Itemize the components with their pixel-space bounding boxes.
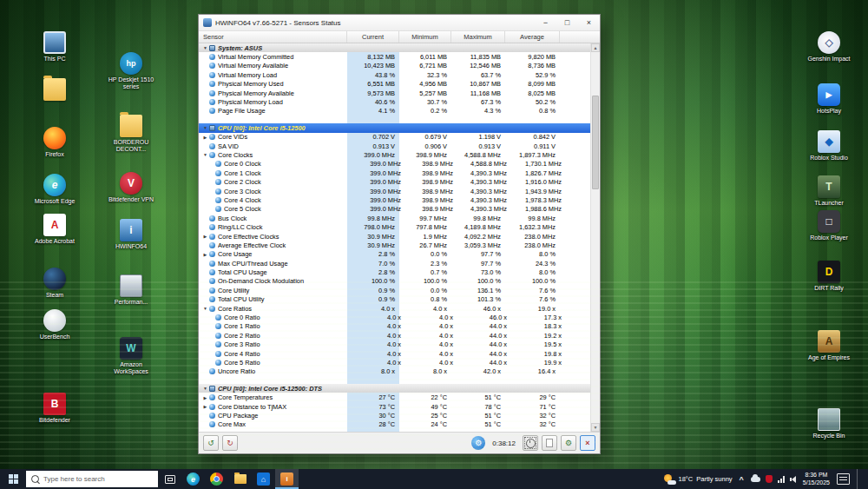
chevron-right-icon[interactable]: ▶ (201, 395, 209, 400)
chevron-right-icon[interactable]: ▶ (201, 404, 209, 409)
desktop-icon-firefox[interactable]: Firefox (26, 127, 83, 158)
start-button[interactable] (0, 469, 26, 489)
sensor-row[interactable]: Average Effective Clock30.9 MHz26.7 MHz3… (199, 241, 590, 249)
desktop-icon-steam[interactable]: Steam (26, 268, 83, 299)
sensor-row[interactable]: Virtual Memory Available10,423 MB6,721 M… (199, 62, 590, 70)
close-button[interactable]: × (578, 15, 600, 30)
sensor-row[interactable]: Core 3 Ratio4.0 x4.0 x44.0 x19.5 x (199, 340, 590, 349)
sensor-group-row[interactable]: ▼CPU [#0]: Intel Core i5-12500 (199, 123, 590, 132)
report-button[interactable] (542, 435, 557, 451)
desktop-icon-microsoft-edge[interactable]: eMicrosoft Edge (26, 174, 83, 205)
desktop-icon-hotsplay[interactable]: ▶HotsPlay (800, 83, 858, 115)
desktop-icon-borderou-decont[interactable]: BORDEROU DECONT... (102, 115, 160, 153)
taskbar-app-store[interactable]: ⌂ (252, 469, 275, 489)
sensor-row[interactable]: Max CPU/Thread Usage7.0 %2.3 %97.7 %24.3… (199, 259, 590, 268)
sensor-row[interactable]: Core 1 Ratio4.0 x4.0 x44.0 x18.3 x (199, 322, 590, 331)
desktop-icon-performan[interactable]: Performan... (102, 274, 160, 306)
sensor-row[interactable]: Uncore Ratio8.0 x8.0 x42.0 x16.4 x (199, 367, 590, 376)
chevron-right-icon[interactable]: ▶ (201, 135, 209, 140)
sensor-row[interactable]: ▶Core VIDs0.702 V0.679 V1.198 V0.842 V (199, 133, 590, 142)
close-sensors-button[interactable]: × (580, 435, 595, 451)
sensor-row[interactable]: SA VID0.913 V0.906 V0.913 V0.911 V (199, 142, 590, 150)
column-header-current[interactable]: Current (347, 31, 399, 43)
sensor-row[interactable]: Core Utility0.9 %0.0 %136.1 %7.6 % (199, 286, 590, 294)
taskbar-app-edge[interactable]: e (181, 469, 205, 489)
taskbar-app-task-view[interactable] (158, 469, 181, 489)
antivirus-shield-icon[interactable] (766, 475, 773, 483)
scroll-up-arrow[interactable]: ▲ (591, 43, 600, 52)
desktop-icon-genshin-impact[interactable]: ◇Genshin Impact (800, 31, 858, 63)
desktop-icon-tlauncher[interactable]: TTLauncher (800, 175, 858, 207)
sensor-row[interactable]: ▶Core Usage2.8 %0.0 %97.7 %8.0 % (199, 250, 590, 259)
sensor-row[interactable]: Bus Clock99.8 MHz99.7 MHz99.8 MHz99.8 MH… (199, 214, 590, 222)
chevron-down-icon[interactable]: ▼ (201, 45, 209, 50)
settings-button[interactable]: ⚙ (561, 435, 576, 451)
sensor-row[interactable]: Core 5 Ratio4.0 x4.0 x44.0 x19.9 x (199, 358, 590, 367)
desktop-icon-amazon-workspaces[interactable]: WAmazon WorkSpaces (102, 337, 160, 375)
sensor-row[interactable]: Core 4 Ratio4.0 x4.0 x44.0 x19.8 x (199, 349, 590, 358)
weather-widget[interactable]: 18°C Partly sunny (664, 474, 733, 485)
sensor-row[interactable]: Physical Memory Used6,551 MB4,956 MB10,8… (199, 80, 590, 89)
volume-icon[interactable] (790, 476, 796, 483)
sensor-group-row[interactable]: ▼System: ASUS (199, 43, 590, 52)
desktop-icon-hp-deskjet-1510-series[interactable]: hpHP Deskjet 1510 series (102, 52, 160, 90)
scrollbar-thumb[interactable] (592, 96, 599, 189)
chevron-right-icon[interactable]: ▶ (201, 234, 209, 239)
desktop-icon-adobe-acrobat[interactable]: AAdobe Acrobat (26, 214, 83, 245)
vertical-scrollbar[interactable]: ▲ ▼ (590, 43, 600, 432)
sensor-row[interactable]: Core 2 Clock399.0 MHz398.9 MHz4,390.3 MH… (199, 177, 590, 186)
sensor-row[interactable]: CPU Package30 °C25 °C51 °C32 °C (199, 411, 590, 420)
sensor-row[interactable]: Total CPU Usage2.8 %0.7 %73.0 %8.0 % (199, 268, 590, 276)
sensor-row[interactable]: Core 1 Clock399.0 MHz398.9 MHz4,390.3 MH… (199, 169, 590, 177)
sensor-row[interactable]: ▶Core Temperatures27 °C22 °C51 °C29 °C (199, 393, 590, 401)
sensor-row[interactable]: ▶Core Distance to TjMAX73 °C49 °C78 °C71… (199, 402, 590, 411)
desktop-icon-bitdefender-vpn[interactable]: VBitdefender VPN (102, 172, 160, 203)
column-header-sensor[interactable]: Sensor (199, 31, 347, 43)
desktop-icon-bitdefender[interactable]: BBitdefender (26, 393, 83, 424)
chevron-down-icon[interactable]: ▼ (201, 125, 209, 130)
window-titlebar[interactable]: HWiNFO64 v7.66-5271 - Sensors Status − □… (199, 15, 600, 31)
sensor-row[interactable]: Ring/LLC Clock798.0 MHz797.8 MHz4,189.8 … (199, 222, 590, 231)
reset-min-max-button[interactable]: ↺ (203, 435, 219, 451)
sensor-group-row[interactable]: ▼CPU [#0]: Intel Core i5-12500: DTS (199, 384, 590, 393)
show-desktop-button[interactable] (857, 469, 861, 489)
column-header-minimum[interactable]: Minimum (399, 31, 451, 43)
chevron-down-icon[interactable]: ▼ (201, 386, 209, 391)
maximize-button[interactable]: □ (556, 15, 578, 30)
chevron-down-icon[interactable]: ▼ (201, 152, 209, 157)
sensor-row[interactable]: Virtual Memory Load43.8 %32.3 %63.7 %52.… (199, 70, 590, 79)
desktop-icon-age-of-empires[interactable]: AAge of Empires (800, 330, 858, 361)
minimize-button[interactable]: − (535, 15, 556, 30)
desktop-icon-this-pc[interactable]: This PC (26, 31, 83, 63)
taskbar-app-hwinfo[interactable]: i (275, 469, 299, 489)
column-header-maximum[interactable]: Maximum (451, 31, 505, 43)
onedrive-cloud-icon[interactable] (751, 477, 760, 482)
logging-clock-button[interactable] (523, 435, 538, 451)
chevron-right-icon[interactable]: ▶ (201, 252, 209, 257)
desktop-icon-unlabeled[interactable] (26, 78, 83, 102)
sensor-row[interactable]: Physical Memory Load40.6 %30.7 %67.3 %50… (199, 97, 590, 106)
network-icon[interactable] (778, 476, 785, 483)
desktop-icon-hwinfo64[interactable]: iHWINFO64 (102, 219, 160, 250)
desktop-icon-userbench[interactable]: UserBench (26, 309, 83, 340)
column-header-average[interactable]: Average (505, 31, 560, 43)
sensor-row[interactable]: Virtual Memory Committed8,132 MB6,011 MB… (199, 52, 590, 61)
desktop-icon-roblox-studio[interactable]: ◆Roblox Studio (800, 130, 858, 162)
taskbar-clock[interactable]: 8:36 PM 5/15/2025 (803, 472, 830, 486)
chevron-down-icon[interactable]: ▼ (201, 306, 209, 311)
sensor-settings-icon[interactable]: ⚙ (471, 436, 485, 450)
sensor-row[interactable]: Core 4 Clock399.0 MHz398.9 MHz4,390.3 MH… (199, 195, 590, 204)
action-center-icon[interactable] (837, 473, 850, 485)
sensor-row[interactable]: Core 0 Clock399.0 MHz398.9 MHz4,588.8 MH… (199, 160, 590, 169)
sensor-row[interactable]: Core 0 Ratio4.0 x4.0 x46.0 x17.3 x (199, 313, 590, 321)
sensor-row[interactable]: ▼Core Clocks399.0 MHz398.9 MHz4,588.8 MH… (199, 150, 590, 159)
desktop-icon-dirt-rally[interactable]: DDIRT Rally (800, 261, 858, 292)
sensor-row[interactable]: Total CPU Utility0.9 %0.8 %101.3 %7.6 % (199, 295, 590, 304)
scroll-down-arrow[interactable]: ▼ (591, 423, 600, 432)
desktop-icon-recycle-bin[interactable]: Recycle Bin (800, 408, 858, 439)
sensor-row[interactable]: Page File Usage4.1 %0.2 %4.3 %0.8 % (199, 107, 590, 116)
sensor-row[interactable]: Core 3 Clock399.0 MHz398.9 MHz4,390.3 MH… (199, 187, 590, 195)
sensor-row[interactable]: ▶Core Effective Clocks30.9 MHz1.9 MHz4,0… (199, 232, 590, 241)
reset-values-button[interactable]: ↻ (222, 435, 238, 451)
sensor-row[interactable]: Core Max28 °C24 °C51 °C32 °C (199, 420, 590, 429)
